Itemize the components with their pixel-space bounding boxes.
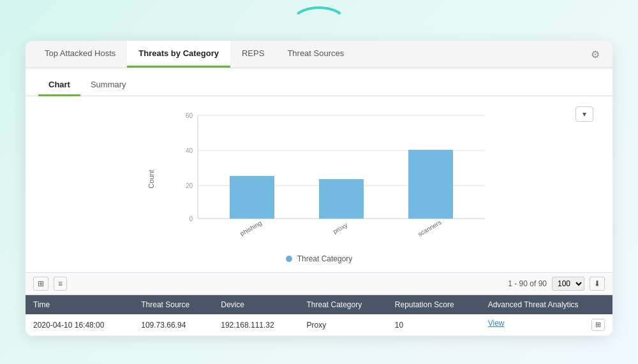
cell-device: 192.168.111.32 (213, 314, 299, 336)
legend-label: Threat Category (297, 254, 353, 263)
bar-scanners (408, 150, 453, 219)
svg-text:60: 60 (186, 112, 193, 119)
col-device: Device (213, 295, 299, 314)
export-icon: ⬇ (594, 279, 600, 288)
cell-threat-source: 109.73.66.94 (133, 314, 213, 336)
per-page-select[interactable]: 100 50 25 (552, 277, 584, 291)
table-area: ⊞ ≡ 1 - 90 of 90 100 50 25 ⬇ Time Threat… (26, 272, 612, 336)
tab-reps[interactable]: REPS (230, 41, 276, 68)
list-icon: ≡ (58, 279, 63, 288)
svg-text:0: 0 (189, 215, 193, 222)
cell-threat-category: Proxy (299, 314, 387, 336)
table-header-row: Time Threat Source Device Threat Categor… (26, 295, 612, 314)
col-threat-category: Threat Category (299, 295, 387, 314)
col-threat-source: Threat Source (133, 295, 213, 314)
bar-proxy (319, 179, 364, 219)
cell-time: 2020-04-10 16:48:00 (26, 314, 133, 336)
row-action-button[interactable]: ⊞ (591, 319, 605, 331)
grid-view-button[interactable]: ⊞ (33, 277, 48, 291)
col-time: Time (26, 295, 133, 314)
bar-phishing (230, 176, 274, 219)
chart-area: ▾ Count 60 40 20 (26, 96, 612, 272)
tabs-bar: Top Attacked Hosts Threats by Category R… (26, 41, 612, 68)
chart-dropdown-button[interactable]: ▾ (575, 106, 593, 122)
sub-tab-chart[interactable]: Chart (38, 75, 80, 96)
tab-top-attacked-hosts[interactable]: Top Attacked Hosts (33, 41, 127, 68)
sub-tabs-bar: Chart Summary (26, 68, 612, 96)
view-link[interactable]: View (488, 319, 505, 328)
data-table: Time Threat Source Device Threat Categor… (26, 295, 612, 336)
svg-text:proxy: proxy (332, 221, 349, 235)
main-panel: Top Attacked Hosts Threats by Category R… (26, 41, 612, 336)
svg-text:phishing: phishing (239, 219, 263, 237)
tab-threats-by-category[interactable]: Threats by Category (127, 41, 230, 68)
list-view-button[interactable]: ≡ (54, 277, 67, 291)
export-button[interactable]: ⬇ (590, 277, 605, 291)
svg-text:20: 20 (186, 182, 193, 189)
grid-icon: ⊞ (38, 279, 44, 288)
col-advanced-threat: Advanced Threat Analytics (480, 295, 612, 314)
svg-text:scanners: scanners (417, 219, 443, 237)
legend-dot (286, 256, 292, 262)
arc-decoration (290, 6, 348, 41)
table-row: 2020-04-10 16:48:00 109.73.66.94 192.168… (26, 314, 612, 336)
col-reputation-score: Reputation Score (387, 295, 480, 314)
cell-reputation-score: 10 (387, 314, 480, 336)
pagination-info: 1 - 90 of 90 (508, 279, 547, 288)
cell-advanced-threat: View ⊞ (480, 314, 612, 336)
gear-button[interactable]: ⚙ (586, 43, 605, 66)
chart-legend: Threat Category (38, 249, 600, 266)
svg-text:40: 40 (186, 147, 193, 154)
tab-threat-sources[interactable]: Threat Sources (276, 41, 355, 68)
bar-chart-svg: 60 40 20 0 phishing (179, 109, 498, 237)
table-toolbar: ⊞ ≡ 1 - 90 of 90 100 50 25 ⬇ (26, 273, 612, 295)
sub-tab-summary[interactable]: Summary (80, 75, 137, 96)
y-axis-label: Count (147, 170, 155, 188)
